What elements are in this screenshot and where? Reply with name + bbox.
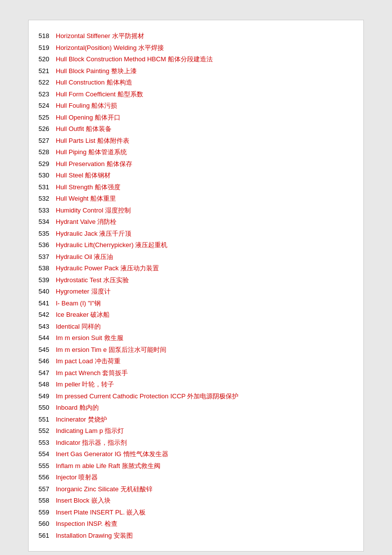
entry-number: 520 [39,54,56,64]
entry-number: 522 [39,78,56,87]
entry-number: 560 [39,519,56,529]
table-row: 519Horizontal(Position) Welding 水平焊接 [34,42,358,54]
entry-content: Injector 喷射器 [56,472,353,482]
table-row: 523Hull Form Coefficient 船型系数 [34,88,358,100]
entry-content: Humidity Control 湿度控制 [56,206,353,215]
table-row: 534Hydrant Valve 消防栓 [34,216,358,228]
table-row: 521Hull Block Painting 整块上漆 [34,65,358,77]
table-row: 557Inorganic Zinc Silicate 无机硅酸锌 [34,483,358,495]
table-row: 535Hydraulic Jack 液压千斤顶 [34,228,358,240]
entry-number: 558 [39,496,56,506]
table-row: 555Inflam m able Life Raft 胀脓式救生阀 [34,460,358,472]
table-row: 520Hull Block Construction Method HBCM 船… [34,53,358,65]
entry-content: Indicating Lam p 指示灯 [56,426,353,436]
entry-content: Im peller 叶轮，转子 [56,380,353,389]
entry-number: 523 [39,89,56,99]
table-row: 559Insert Plate INSERT PL. 嵌入板 [34,507,358,518]
table-row: 522Hull Construction 船体构造 [34,77,358,88]
entry-content: Im m ersion Tim e 固泵后注水可能时间 [56,345,353,355]
table-row: 540Hygrometer 湿度计 [34,286,358,298]
entry-number: 552 [39,426,56,436]
entry-content: Hull Weight 船体重里 [56,194,353,204]
page-container: 518Horizontal Stiffener 水平防摇材519Horizont… [28,20,364,552]
table-row: 526Hull Outfit 船体装备 [34,123,358,135]
table-row: 551Incinerator 焚烧炉 [34,414,358,426]
table-row: 527Hull Parts List 船体附件表 [34,135,358,147]
entry-number: 557 [39,484,56,494]
entry-content: Im pressed Current Cathodic Protection I… [56,391,353,401]
entry-number: 531 [39,182,56,192]
entry-content: Hull Strength 船体强度 [56,182,353,192]
entry-content: Hydraulic Oil 液压油 [56,252,353,262]
entry-number: 530 [39,171,56,180]
entry-content: Hull Fouling 船体污损 [56,101,353,111]
table-row: 541I- Beam (I) "I"钢 [34,298,358,309]
entry-number: 537 [39,252,56,262]
table-row: 560Inspection INSP. 检查 [34,518,358,530]
entry-number: 553 [39,438,56,448]
entry-number: 534 [39,217,56,227]
entry-content: Installation Drawing 安装图 [56,531,353,541]
entry-content: Inboard 舱内的 [56,403,353,413]
entry-number: 545 [39,345,56,355]
entry-number: 518 [39,31,56,41]
table-row: 530Hull Steel 船体钢材 [34,170,358,181]
entry-content: Inflam m able Life Raft 胀脓式救生阀 [56,461,353,471]
entry-content: Hull Block Painting 整块上漆 [56,66,353,76]
entry-number: 549 [39,391,56,401]
entry-number: 528 [39,147,56,157]
table-row: 549Im pressed Current Cathodic Protectio… [34,390,358,402]
entry-number: 541 [39,299,56,308]
entry-number: 543 [39,322,56,332]
entry-number: 547 [39,368,56,378]
table-row: 548Im peller 叶轮，转子 [34,379,358,390]
entry-content: Ice Breaker 破冰船 [56,310,353,320]
entry-content: Inspection INSP. 检查 [56,519,353,529]
entry-number: 548 [39,380,56,389]
entry-content: Insert Plate INSERT PL. 嵌入板 [56,508,353,517]
table-row: 542Ice Breaker 破冰船 [34,309,358,321]
entry-number: 555 [39,461,56,471]
table-row: 553Indicator 指示器，指示剂 [34,437,358,449]
entry-content: Incinerator 焚烧炉 [56,415,353,425]
entry-number: 533 [39,206,56,215]
entry-content: Hydraulic Jack 液压千斤顶 [56,229,353,239]
table-row: 518Horizontal Stiffener 水平防摇材 [34,30,358,42]
entry-content: Im m ersion Suit 救生服 [56,333,353,343]
entry-content: Hull Form Coefficient 船型系数 [56,89,353,99]
table-row: 524Hull Fouling 船体污损 [34,100,358,112]
entry-number: 525 [39,113,56,123]
table-row: 531Hull Strength 船体强度 [34,181,358,193]
entry-content: I- Beam (I) "I"钢 [56,299,353,308]
entry-number: 554 [39,449,56,459]
table-row: 529Hull Preservation 船体保存 [34,158,358,170]
table-row: 544Im m ersion Suit 救生服 [34,332,358,344]
entry-content: Inert Gas Generator IG 惰性气体发生器 [56,449,353,459]
table-row: 554Inert Gas Generator IG 惰性气体发生器 [34,448,358,460]
entry-number: 561 [39,531,56,541]
table-row: 550Inboard 舱内的 [34,402,358,414]
entry-content: Hull Preservation 船体保存 [56,159,353,169]
entry-number: 546 [39,356,56,366]
table-row: 543Identical 同样的 [34,321,358,333]
table-row: 558Insert Block 嵌入块 [34,495,358,507]
entry-number: 544 [39,333,56,343]
table-row: 536Hydraulic Lift(Cherrypicker) 液压起重机 [34,239,358,251]
table-row: 533Humidity Control 湿度控制 [34,205,358,216]
entry-content: Hydraulic Lift(Cherrypicker) 液压起重机 [56,240,353,250]
table-row: 532Hull Weight 船体重里 [34,193,358,205]
table-row: 556Injector 喷射器 [34,471,358,483]
table-row: 546Im pact Load 冲击荷重 [34,355,358,367]
table-row: 545Im m ersion Tim e 固泵后注水可能时间 [34,344,358,356]
entry-content: Hydrant Valve 消防栓 [56,217,353,227]
entry-content: Hydrostatic Test 水压实验 [56,275,353,285]
entry-number: 551 [39,415,56,425]
entry-content: Horizontal Stiffener 水平防摇材 [56,31,353,41]
entry-content: Hull Outfit 船体装备 [56,124,353,134]
table-row: 538Hydraulic Power Pack 液压动力装置 [34,262,358,274]
table-row: 537Hydraulic Oil 液压油 [34,251,358,263]
table-row: 561Installation Drawing 安装图 [34,530,358,542]
entry-content: Im pact Wrench 套筒扳手 [56,368,353,378]
table-row: 528Hull Piping 船体管道系统 [34,146,358,158]
table-row: 539Hydrostatic Test 水压实验 [34,274,358,286]
